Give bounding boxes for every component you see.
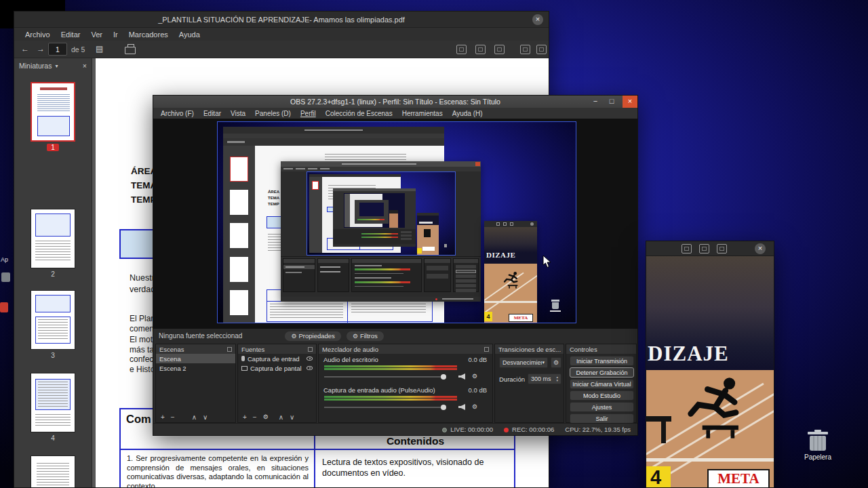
spin-down-icon[interactable]: ▾ — [556, 379, 558, 382]
scene-up-icon[interactable]: ∧ — [192, 413, 197, 421]
volume-meter — [324, 399, 457, 401]
visibility-eye-icon[interactable] — [307, 357, 313, 361]
pdf-menu-ver[interactable]: Ver — [85, 30, 108, 39]
mixer-popout-icon[interactable] — [484, 347, 489, 352]
transition-select[interactable]: Desvanecimien ▾ — [499, 357, 548, 368]
remove-source-icon[interactable]: − — [253, 413, 257, 421]
obs-menu-editar[interactable]: Editar — [199, 110, 226, 117]
zoom-fit-width-icon[interactable] — [475, 45, 486, 54]
volume-slider[interactable] — [324, 407, 445, 408]
volume-slider-knob[interactable] — [441, 405, 446, 410]
pdf-menu-marcadores[interactable]: Marcadores — [123, 30, 174, 39]
source-item-2[interactable]: Captura de pantal — [238, 363, 316, 373]
obs-menu-herramientas[interactable]: Herramientas — [397, 110, 448, 117]
channel-gear-icon[interactable]: ⚙ — [472, 373, 477, 380]
sidebar-toggle-icon[interactable]: ▤ — [96, 44, 103, 54]
obs-maximize-button[interactable]: □ — [605, 96, 618, 108]
obs-titlebar[interactable]: OBS 27.2.3+dfsg1-1 (linux) - Perfil: Sin… — [153, 96, 637, 108]
obs-menu-vista[interactable]: Vista — [226, 110, 250, 117]
viewer-zoom-fit-icon[interactable] — [682, 244, 692, 253]
obs-menu-paneles[interactable]: Paneles (D) — [250, 110, 296, 117]
zoom-fit-page-icon[interactable] — [456, 45, 467, 54]
remove-scene-icon[interactable]: − — [171, 413, 175, 421]
thumbnails-dropdown-icon[interactable]: ▾ — [55, 63, 58, 69]
scenes-dock-header[interactable]: Escenas — [156, 344, 235, 354]
chevron-down-icon: ▾ — [542, 360, 545, 365]
viewer-titlebar[interactable]: × — [646, 241, 774, 256]
transitions-dock-header[interactable]: Transiciones de esc... — [495, 344, 564, 354]
scene-item-2[interactable]: Escena 2 — [156, 363, 235, 373]
mouse-cursor — [542, 255, 552, 268]
sources-popout-icon[interactable] — [308, 347, 313, 352]
scene-item-1[interactable]: Escena — [156, 354, 235, 363]
source-down-icon[interactable]: ∨ — [290, 413, 294, 421]
transition-gear-button[interactable]: ⚙ — [551, 357, 561, 368]
forward-icon[interactable]: → — [37, 44, 45, 54]
add-source-icon[interactable]: + — [243, 413, 247, 421]
obs-status-bar: LIVE: 00:00:00 REC: 00:00:06 CPU: 22.7%,… — [153, 423, 637, 435]
add-scene-icon[interactable]: + — [161, 413, 165, 421]
obs-menu-ayuda[interactable]: Ayuda (H) — [448, 110, 488, 117]
page-thumbnail-1[interactable]: 1 — [31, 82, 75, 151]
studio-mode-button[interactable]: Modo Estudio — [570, 390, 634, 401]
edge-dock-icon-red[interactable] — [0, 302, 8, 312]
obs-preview-canvas[interactable]: ÁREA TEMA TEMP Contenidos — [218, 122, 576, 323]
start-virtual-camera-button[interactable]: Iniciar Cámara Virtual — [570, 379, 634, 389]
pdf-menu-ir[interactable]: Ir — [108, 30, 123, 39]
properties-button[interactable]: ⚙Propiedades — [284, 331, 341, 342]
settings-button[interactable]: Ajustes — [570, 402, 634, 412]
duration-spinbox[interactable]: 300 ms ▴▾ — [528, 373, 561, 384]
pdf-titlebar[interactable]: _PLANTILLA SITUACIÓN DE APRENDIZAJE- Ama… — [14, 12, 549, 28]
channel-gear-icon[interactable]: ⚙ — [472, 403, 477, 410]
dual-page-icon[interactable] — [536, 45, 547, 54]
viewer-zoom-width-icon[interactable] — [699, 244, 709, 253]
table-cell-left: 1. Ser progresivamente competente en la … — [127, 454, 309, 487]
page-thumbnail-2[interactable]: 2 — [31, 209, 75, 278]
poster-top-band: DIZAJE — [646, 256, 774, 370]
volume-slider-knob[interactable] — [441, 374, 446, 380]
visibility-eye-icon[interactable] — [307, 366, 313, 370]
obs-minimize-button[interactable]: − — [589, 96, 602, 108]
scene-down-icon[interactable]: ∨ — [203, 413, 208, 421]
speaker-icon[interactable] — [458, 373, 465, 380]
viewer-close-button[interactable]: × — [755, 243, 766, 254]
obs-close-button[interactable]: × — [623, 96, 637, 108]
viewer-fullscreen-icon[interactable] — [717, 244, 727, 253]
controls-dock-header[interactable]: Controles — [566, 344, 636, 354]
obs-menu-coleccion[interactable]: Colección de Escenas — [321, 110, 397, 117]
page-number-input[interactable] — [48, 43, 67, 56]
edge-dock-icon[interactable] — [1, 272, 10, 282]
pdf-menu-editar[interactable]: Editar — [56, 30, 86, 39]
continuous-scroll-icon[interactable] — [520, 45, 530, 54]
obs-menu-archivo[interactable]: Archivo (F) — [156, 110, 199, 117]
source-item-1[interactable]: Captura de entrad — [238, 354, 316, 363]
sources-dock-header[interactable]: Fuentes — [238, 344, 316, 354]
scenes-popout-icon[interactable] — [227, 347, 232, 352]
page-thumbnail-5[interactable]: 5 — [31, 455, 75, 488]
speaker-icon[interactable] — [458, 404, 465, 410]
mixer-dock-header[interactable]: Mezclador de audio — [319, 344, 492, 354]
exit-button[interactable]: Salir — [570, 413, 634, 424]
pdf-menu-archivo[interactable]: Archivo — [20, 30, 56, 39]
obs-menu-perfil[interactable]: Perfil — [296, 110, 321, 117]
filters-button[interactable]: ⚙Filtros — [346, 331, 384, 342]
print-icon[interactable] — [125, 47, 136, 54]
zoom-auto-icon[interactable] — [494, 45, 505, 54]
scene-label: Escena 2 — [159, 365, 186, 372]
pdf-close-button[interactable]: × — [532, 14, 543, 25]
preview-mini-hurdler-icon — [503, 270, 521, 289]
source-up-icon[interactable]: ∧ — [279, 413, 283, 421]
volume-slider[interactable] — [324, 376, 445, 378]
sidebar-close-icon[interactable]: × — [83, 62, 87, 70]
pdf-toolbar: ← → de 5 ▤ — [14, 41, 549, 58]
thumbnails-title[interactable]: Miniaturas — [19, 62, 52, 70]
stop-recording-button[interactable]: Detener Grabación — [570, 367, 634, 378]
back-icon[interactable]: ← — [21, 44, 29, 54]
page-thumbnail-3[interactable]: 3 — [31, 290, 75, 359]
live-status: LIVE: 00:00:00 — [442, 426, 493, 433]
start-streaming-button[interactable]: Iniciar Transmisión — [570, 356, 634, 366]
source-properties-icon[interactable]: ⚙ — [263, 413, 269, 420]
page-thumbnail-4[interactable]: 4 — [31, 373, 75, 442]
trash-desktop-icon[interactable]: Papelera — [802, 430, 834, 461]
pdf-menu-ayuda[interactable]: Ayuda — [174, 30, 205, 39]
